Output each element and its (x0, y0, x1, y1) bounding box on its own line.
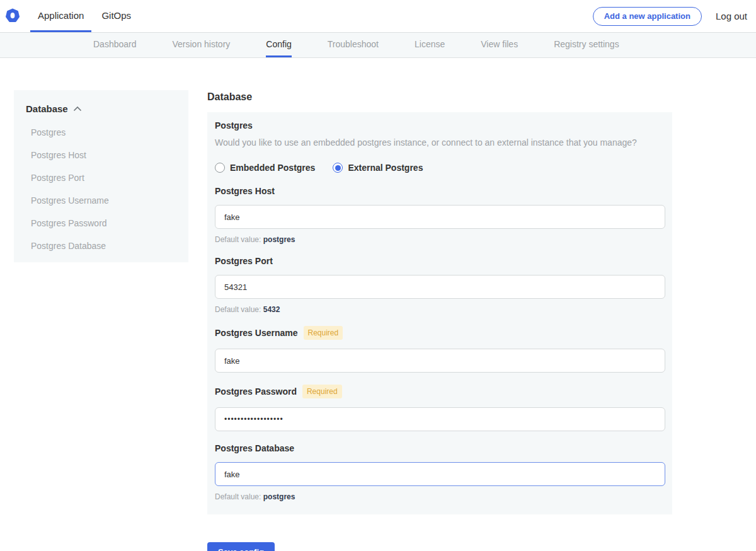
add-application-button[interactable]: Add a new application (593, 7, 702, 26)
app-logo[interactable] (0, 0, 29, 32)
radio-checked-icon (333, 163, 343, 173)
top-bar-right: Add a new application Log out (593, 0, 756, 32)
radio-unchecked-icon (215, 163, 225, 173)
save-config-button[interactable]: Save config (207, 542, 275, 551)
postgres-database-default-helper: Default value: postgres (215, 492, 665, 501)
postgres-type-radio-group: Embedded Postgres External Postgres (215, 163, 665, 173)
postgres-host-default-helper: Default value: postgres (215, 235, 665, 244)
sidebar-item-postgres-password[interactable]: Postgres Password (26, 218, 178, 228)
top-bar: Application GitOps Add a new application… (0, 0, 756, 33)
embedded-postgres-label: Embedded Postgres (230, 163, 315, 173)
sidebar-group-database[interactable]: Database (26, 103, 178, 114)
heptagon-logo-icon (5, 8, 20, 24)
subnav-version-history-label: Version history (173, 39, 231, 49)
field-postgres-host: Postgres Host Default value: postgres (215, 186, 665, 244)
config-sidebar: Database Postgres Postgres Host Postgres… (14, 90, 188, 262)
admin-console-page: Application GitOps Add a new application… (0, 0, 756, 551)
subnav-view-files-label: View files (481, 39, 518, 49)
subnav-item-license[interactable]: License (415, 33, 445, 57)
postgres-password-label: Postgres Password (215, 386, 297, 397)
tab-gitops-label: GitOps (101, 10, 131, 21)
subnav-license-label: License (415, 39, 445, 49)
subnav-troubleshoot-label: Troubleshoot (328, 39, 379, 49)
tab-application-label: Application (38, 10, 84, 21)
field-postgres-database: Postgres Database Default value: postgre… (215, 443, 665, 501)
section-title: Database (207, 91, 672, 103)
subnav-item-troubleshoot[interactable]: Troubleshoot (328, 33, 379, 57)
sidebar-item-postgres[interactable]: Postgres (26, 127, 178, 137)
postgres-port-default-helper: Default value: 5432 (215, 305, 665, 314)
postgres-port-input[interactable] (215, 275, 665, 299)
subnav-item-version-history[interactable]: Version history (173, 33, 231, 57)
group-description: Would you like to use an embedded postgr… (215, 137, 665, 148)
database-config-panel: Postgres Would you like to use an embedd… (207, 112, 672, 514)
sidebar-item-postgres-username[interactable]: Postgres Username (26, 195, 178, 206)
postgres-port-label: Postgres Port (215, 256, 273, 266)
external-postgres-label: External Postgres (348, 163, 423, 173)
tab-gitops[interactable]: GitOps (94, 0, 139, 32)
subnav-config-label: Config (266, 39, 291, 49)
sidebar-item-postgres-database[interactable]: Postgres Database (26, 241, 178, 251)
field-postgres-port: Postgres Port Default value: 5432 (215, 256, 665, 314)
subnav-item-dashboard[interactable]: Dashboard (93, 33, 137, 57)
field-postgres-password: Postgres Password Required (215, 385, 665, 431)
postgres-password-input[interactable] (215, 407, 665, 431)
chevron-up-icon (73, 106, 82, 112)
subnav-registry-settings-label: Registry settings (554, 39, 619, 49)
sidebar-item-postgres-host[interactable]: Postgres Host (26, 150, 178, 160)
required-badge: Required (304, 326, 343, 340)
sidebar-group-title: Database (26, 103, 68, 114)
field-postgres-username: Postgres Username Required (215, 326, 665, 373)
tab-application[interactable]: Application (30, 0, 91, 32)
group-name: Postgres (215, 120, 665, 130)
subnav-item-view-files[interactable]: View files (481, 33, 518, 57)
logout-link[interactable]: Log out (716, 11, 747, 21)
config-content: Database Postgres Postgres Host Postgres… (0, 58, 756, 550)
postgres-host-label: Postgres Host (215, 186, 275, 196)
config-main: Database Postgres Would you like to use … (207, 91, 672, 551)
embedded-postgres-radio[interactable]: Embedded Postgres (215, 163, 315, 173)
app-subnav: Dashboard Version history Config Trouble… (0, 33, 756, 58)
external-postgres-radio[interactable]: External Postgres (333, 163, 423, 173)
postgres-database-label: Postgres Database (215, 443, 294, 453)
required-badge: Required (302, 385, 342, 398)
subnav-dashboard-label: Dashboard (93, 39, 137, 49)
postgres-username-label: Postgres Username (215, 328, 298, 338)
postgres-host-input[interactable] (215, 205, 665, 229)
subnav-item-registry-settings[interactable]: Registry settings (554, 33, 619, 57)
postgres-username-input[interactable] (215, 349, 665, 373)
postgres-database-input[interactable] (215, 462, 665, 486)
sidebar-item-postgres-port[interactable]: Postgres Port (26, 173, 178, 183)
subnav-item-config[interactable]: Config (266, 33, 291, 57)
